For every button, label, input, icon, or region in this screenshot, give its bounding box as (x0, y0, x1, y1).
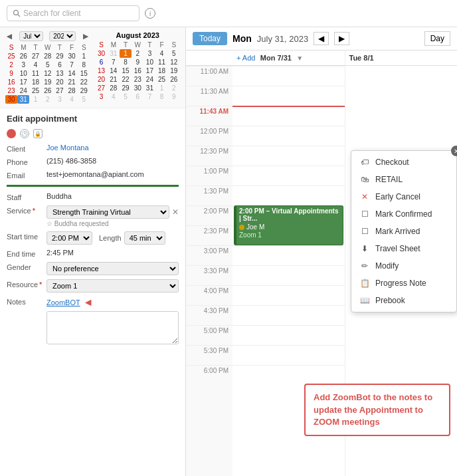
table-row[interactable]: 26 (42, 86, 54, 95)
table-row[interactable]: 14 (66, 69, 78, 78)
table-row[interactable]: 12 (168, 58, 180, 66)
table-row[interactable]: 29 (54, 52, 66, 60)
table-row[interactable]: 28 (42, 52, 54, 60)
table-row[interactable]: 23 (5, 86, 17, 95)
table-row[interactable]: 30 (66, 52, 78, 60)
table-row[interactable]: 22 (78, 78, 90, 86)
cal-prev-btn[interactable]: ◀ (314, 32, 329, 45)
ctx-checkout[interactable]: 🏷 Checkout (351, 154, 456, 171)
table-row[interactable]: 3 (17, 60, 29, 69)
july-prev[interactable]: ◀ (5, 33, 13, 40)
table-row[interactable]: 31 (143, 84, 155, 92)
table-row[interactable]: 15 (120, 66, 132, 75)
table-row[interactable]: 25 (29, 86, 41, 95)
status-dot-clock[interactable]: 🕐 (20, 129, 29, 138)
gender-select[interactable]: No preference (46, 262, 179, 275)
table-row[interactable]: 16 (132, 66, 143, 75)
table-row[interactable]: 30 (96, 49, 108, 58)
table-row[interactable]: 21 (66, 78, 78, 86)
table-row[interactable]: 9 (132, 58, 143, 66)
table-row[interactable]: 16 (5, 78, 17, 86)
sort-icon[interactable]: ▼ (296, 55, 303, 62)
table-row[interactable]: 22 (120, 75, 132, 84)
table-row[interactable]: 3 (54, 95, 66, 104)
table-row[interactable]: 25 (156, 75, 168, 84)
table-row[interactable]: 10 (143, 58, 155, 66)
resource-select[interactable]: Zoom 1 (46, 279, 179, 293)
info-icon[interactable]: i (145, 8, 155, 19)
ctx-mark-arrived[interactable]: ☐ Mark Arrived (351, 223, 456, 240)
day-view-btn[interactable]: Day (424, 31, 450, 46)
table-row[interactable]: 6 (132, 92, 143, 101)
table-row[interactable]: 4 (108, 92, 120, 101)
service-clear-btn[interactable]: ✕ (172, 207, 179, 217)
client-value[interactable]: Joe Montana (46, 144, 179, 152)
table-row[interactable]: 13 (54, 69, 66, 78)
table-row[interactable]: 9 (168, 92, 180, 101)
search-input-container[interactable]: Search for client (7, 5, 139, 21)
notes-text[interactable]: ZoomBOT (46, 298, 80, 306)
service-select[interactable]: Strength Training Virtual (46, 205, 169, 219)
table-row[interactable]: 8 (120, 58, 132, 66)
status-dot-lock[interactable]: 🔒 (33, 129, 43, 138)
table-row[interactable]: 27 (29, 52, 41, 60)
ctx-early-cancel[interactable]: ✕ Early Cancel (351, 188, 456, 205)
table-row[interactable]: 9 (5, 69, 17, 78)
table-row[interactable]: 4 (156, 49, 168, 58)
length-select[interactable]: 45 min (124, 231, 165, 245)
table-row[interactable]: 13 (96, 66, 108, 75)
table-row[interactable]: 11 (156, 58, 168, 66)
table-row[interactable]: 28 (66, 86, 78, 95)
table-row[interactable]: 20 (96, 75, 108, 84)
table-row[interactable]: 19 (42, 78, 54, 86)
table-row[interactable]: 31 (17, 95, 29, 104)
notes-textarea[interactable] (46, 311, 179, 344)
context-menu-close[interactable]: ✕ (451, 146, 457, 156)
table-row[interactable]: 17 (143, 66, 155, 75)
table-row[interactable]: 4 (66, 95, 78, 104)
july-year-select[interactable]: 2023 (49, 31, 76, 41)
july-next[interactable]: ▶ (82, 33, 90, 40)
table-row[interactable]: 7 (108, 58, 120, 66)
ctx-retail[interactable]: 🛍 RETAIL (351, 171, 456, 188)
cal-next-btn[interactable]: ▶ (334, 32, 349, 45)
table-row[interactable]: 24 (17, 86, 29, 95)
table-row[interactable]: 1 (29, 95, 41, 104)
table-row[interactable]: 17 (17, 78, 29, 86)
table-row[interactable]: 5 (42, 60, 54, 69)
table-row[interactable]: 4 (29, 60, 41, 69)
table-row[interactable]: 2 (168, 84, 180, 92)
table-row[interactable]: 3 (143, 49, 155, 58)
table-row[interactable]: 14 (108, 66, 120, 75)
ctx-progress-note[interactable]: 📋 Progress Note (351, 275, 456, 292)
table-row[interactable]: 2 (132, 49, 143, 58)
table-row[interactable]: 2 (42, 95, 54, 104)
table-row[interactable]: 19 (168, 66, 180, 75)
add-button[interactable]: + Add (236, 54, 255, 62)
table-row[interactable]: 5 (168, 49, 180, 58)
today-button[interactable]: Today (193, 32, 227, 45)
table-row[interactable]: 20 (54, 78, 66, 86)
table-row[interactable]: 6 (54, 60, 66, 69)
start-time-select[interactable]: 2:00 PM (46, 231, 92, 245)
table-row[interactable]: 5 (120, 92, 132, 101)
table-row[interactable]: 24 (143, 75, 155, 84)
table-row[interactable]: 30 (5, 95, 17, 104)
table-row[interactable]: 18 (29, 78, 41, 86)
table-row[interactable]: 27 (96, 84, 108, 92)
table-row[interactable]: 1 (120, 49, 132, 58)
table-row[interactable]: 15 (78, 69, 90, 78)
table-row[interactable]: 23 (132, 75, 143, 84)
july-month-select[interactable]: Jul (19, 31, 43, 41)
table-row[interactable]: 26 (168, 75, 180, 84)
table-row[interactable]: 21 (108, 75, 120, 84)
table-row[interactable]: 1 (78, 52, 90, 60)
table-row[interactable]: 7 (143, 92, 155, 101)
table-row[interactable]: 12 (42, 69, 54, 78)
table-row[interactable]: 30 (132, 84, 143, 92)
table-row[interactable]: 7 (66, 60, 78, 69)
table-row[interactable]: 25 (5, 52, 17, 60)
status-dot-red[interactable] (7, 129, 16, 138)
appointment-block[interactable]: 2:00 PM – Virtual Appointments | Str... … (234, 205, 343, 245)
table-row[interactable]: 5 (78, 95, 90, 104)
